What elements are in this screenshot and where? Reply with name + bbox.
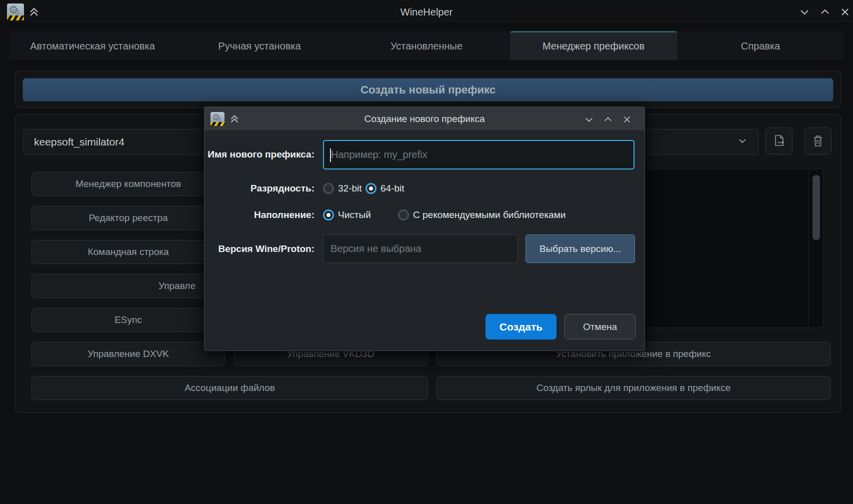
radio-32bit-label[interactable]: 32-bit	[338, 182, 362, 195]
command-line-button[interactable]: Командная строка	[32, 240, 225, 264]
esync-button[interactable]: ESync	[32, 308, 225, 332]
prefix-name-label: Имя нового префикса:	[204, 140, 314, 169]
x-icon	[840, 6, 850, 18]
scrollbar-track[interactable]	[808, 170, 823, 328]
choose-version-button[interactable]: Выбрать версию...	[526, 234, 635, 263]
radio-clean[interactable]	[323, 210, 334, 220]
dialog-titlebar: ⚙ ⚙ Создание нового префикса	[204, 107, 644, 131]
prefix-combo-value: keepsoft_similator4	[34, 136, 124, 148]
dxvk-manage-button[interactable]: Управление DXVK	[32, 342, 225, 366]
file-associations-button[interactable]: Ассоциации файлов	[32, 376, 428, 400]
dialog-create-button[interactable]: Создать	[486, 314, 556, 340]
chevron-up-icon	[819, 6, 831, 18]
tab-help[interactable]: Справка	[677, 31, 844, 60]
create-new-prefix-button[interactable]: Создать новый префикс	[22, 78, 834, 102]
dialog-maximize-button[interactable]	[601, 113, 615, 126]
radio-recommended-libs[interactable]	[398, 210, 409, 220]
version-label: Версия Wine/Proton:	[204, 234, 314, 263]
window-title: WineHelper	[0, 0, 853, 24]
tab-manual-install[interactable]: Ручная установка	[176, 31, 343, 60]
radio-clean-label[interactable]: Чистый	[338, 208, 371, 222]
prefix-name-input[interactable]	[324, 149, 634, 160]
version-input-wrap	[323, 234, 518, 263]
chevron-down-icon	[737, 136, 748, 149]
tab-installed[interactable]: Установленные	[343, 31, 510, 60]
scrollbar-thumb[interactable]	[812, 175, 820, 240]
radio-64bit-label[interactable]: 64-bit	[380, 182, 404, 195]
dialog-cancel-button[interactable]: Отмена	[564, 314, 636, 340]
registry-editor-button[interactable]: Редактор реестра	[32, 206, 225, 230]
radio-32bit[interactable]	[323, 183, 334, 194]
winehelper-window: ⚙ ⚙ WineHelper Автомати	[0, 0, 853, 504]
chevron-down-icon	[584, 114, 594, 125]
components-manager-button[interactable]: Менеджер компонентов	[32, 172, 225, 196]
create-shortcut-button[interactable]: Создать ярлык для приложения в префиксе	[436, 376, 830, 400]
chevron-down-icon	[798, 6, 810, 18]
version-input[interactable]	[324, 243, 518, 254]
dialog-title: Создание нового префикса	[204, 107, 644, 131]
window-titlebar: ⚙ ⚙ WineHelper	[0, 0, 853, 24]
arch-label: Разрядность:	[204, 182, 314, 195]
delete-prefix-button[interactable]	[804, 128, 832, 154]
tab-prefix-manager[interactable]: Менеджер префиксов	[510, 31, 677, 60]
radio-recommended-libs-label[interactable]: С рекомендуемыми библиотеками	[413, 208, 566, 222]
radio-64bit[interactable]	[366, 183, 376, 194]
dialog-close-button[interactable]	[620, 113, 634, 126]
main-tabbar: Автоматическая установка Ручная установк…	[9, 31, 844, 60]
x-icon	[622, 114, 632, 124]
export-prefix-button[interactable]	[766, 128, 792, 154]
prefix-name-input-wrap	[323, 140, 634, 170]
dialog-minimize-button[interactable]	[582, 113, 596, 126]
close-button[interactable]	[838, 5, 852, 19]
create-prefix-dialog: ⚙ ⚙ Создание нового префикса	[204, 106, 645, 351]
tab-auto-install[interactable]: Автоматическая установка	[9, 31, 176, 60]
trash-icon	[810, 134, 826, 148]
chevron-up-icon	[602, 114, 614, 125]
text-caret	[330, 148, 331, 162]
minimize-button[interactable]	[797, 5, 812, 19]
create-prefix-groupbox: Создать новый префикс	[15, 70, 841, 108]
maximize-button[interactable]	[818, 5, 832, 19]
fill-label: Наполнение:	[204, 208, 314, 222]
document-export-icon	[772, 134, 786, 148]
